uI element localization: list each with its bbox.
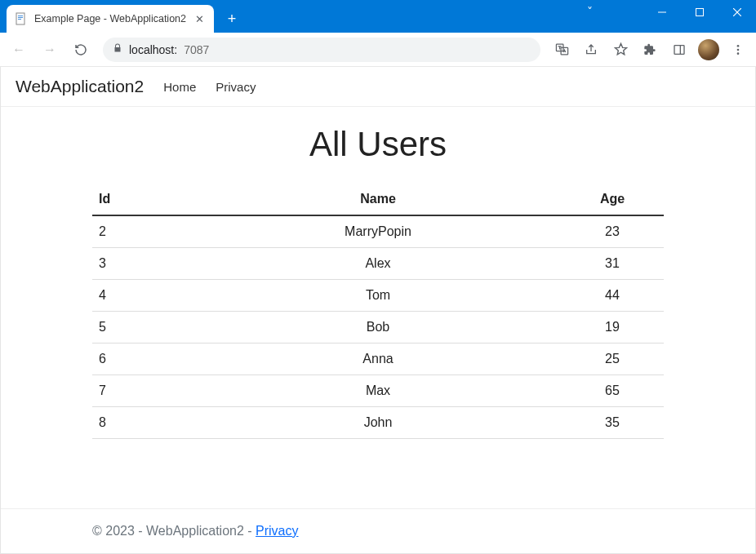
window-minimize-button[interactable]	[643, 0, 681, 24]
svg-point-15	[737, 52, 740, 55]
cell-name: Bob	[195, 312, 561, 343]
cell-name: Anna	[195, 343, 561, 375]
menu-kebab-icon[interactable]	[725, 37, 751, 63]
new-tab-button[interactable]: +	[220, 7, 243, 30]
table-row: 2MarryPopin23	[92, 215, 664, 248]
forward-button[interactable]: →	[36, 36, 64, 64]
col-age: Age	[561, 184, 664, 215]
tab-close-icon[interactable]: ✕	[193, 13, 206, 25]
nav-privacy[interactable]: Privacy	[216, 80, 256, 94]
reload-button[interactable]	[67, 36, 95, 64]
window-maximize-button[interactable]	[681, 0, 718, 24]
share-icon[interactable]	[578, 37, 604, 63]
cell-age: 44	[561, 280, 664, 312]
sidepanel-icon[interactable]	[666, 37, 692, 63]
svg-point-14	[737, 48, 740, 51]
lock-icon	[113, 43, 122, 55]
svg-marker-10	[615, 43, 626, 54]
svg-rect-3	[18, 19, 21, 20]
table-row: 6Anna25	[92, 343, 664, 375]
cell-id: 4	[92, 280, 195, 312]
brand[interactable]: WebApplication2	[16, 77, 144, 96]
col-name: Name	[195, 184, 561, 215]
svg-point-13	[737, 45, 740, 47]
translate-icon[interactable]	[549, 37, 575, 63]
window-controls	[643, 0, 756, 24]
cell-id: 8	[92, 407, 195, 439]
footer-text: © 2023 - WebApplication2 -	[92, 524, 256, 538]
cell-id: 6	[92, 343, 195, 375]
cell-name: MarryPopin	[195, 215, 561, 248]
avatar-icon	[698, 39, 719, 60]
url-port: 7087	[184, 43, 209, 56]
back-button[interactable]: ←	[5, 36, 33, 64]
cell-age: 19	[561, 312, 664, 343]
browser-tab[interactable]: Example Page - WebApplication2 ✕	[7, 5, 214, 33]
col-id: Id	[92, 184, 195, 215]
main-content: All Users Id Name Age 2MarryPopin23 3Ale…	[1, 107, 755, 508]
page-viewport: WebApplication2 Home Privacy All Users I…	[0, 67, 756, 554]
tab-title: Example Page - WebApplication2	[34, 13, 186, 24]
window-close-button[interactable]	[718, 0, 756, 24]
cell-name: John	[195, 407, 561, 439]
url-host: localhost:	[129, 43, 177, 56]
cell-age: 65	[561, 375, 664, 407]
cell-age: 31	[561, 248, 664, 280]
tabs-chevron-down-icon[interactable]: ˅	[587, 5, 593, 18]
page-favicon-icon	[15, 12, 28, 25]
table-row: 3Alex31	[92, 248, 664, 280]
cell-age: 23	[561, 215, 664, 248]
svg-rect-1	[18, 16, 23, 16]
table-row: 4Tom44	[92, 280, 664, 312]
svg-rect-5	[696, 9, 704, 16]
page-title: All Users	[1, 125, 755, 164]
cell-id: 5	[92, 312, 195, 343]
svg-rect-2	[18, 17, 23, 18]
cell-id: 2	[92, 215, 195, 248]
cell-age: 35	[561, 407, 664, 439]
cell-name: Alex	[195, 248, 561, 280]
browser-toolbar: ← → localhost:7087	[0, 33, 756, 67]
browser-titlebar: Example Page - WebApplication2 ✕ + ˅	[0, 0, 756, 33]
table-row: 8John35	[92, 407, 664, 439]
extensions-icon[interactable]	[637, 37, 663, 63]
table-row: 5Bob19	[92, 312, 664, 343]
nav-home[interactable]: Home	[163, 80, 196, 94]
footer-privacy-link[interactable]: Privacy	[256, 524, 298, 538]
svg-rect-11	[674, 45, 684, 54]
table-row: 7Max65	[92, 375, 664, 407]
cell-age: 25	[561, 343, 664, 375]
cell-id: 3	[92, 248, 195, 280]
cell-name: Tom	[195, 280, 561, 312]
table-header-row: Id Name Age	[92, 184, 664, 215]
profile-avatar[interactable]	[696, 37, 722, 63]
site-navbar: WebApplication2 Home Privacy	[1, 67, 755, 107]
cell-id: 7	[92, 375, 195, 407]
users-table: Id Name Age 2MarryPopin23 3Alex31 4Tom44…	[92, 184, 664, 439]
cell-name: Max	[195, 375, 561, 407]
bookmark-star-icon[interactable]	[607, 37, 634, 63]
address-bar[interactable]: localhost:7087	[103, 38, 540, 62]
site-footer: © 2023 - WebApplication2 - Privacy	[1, 508, 755, 553]
